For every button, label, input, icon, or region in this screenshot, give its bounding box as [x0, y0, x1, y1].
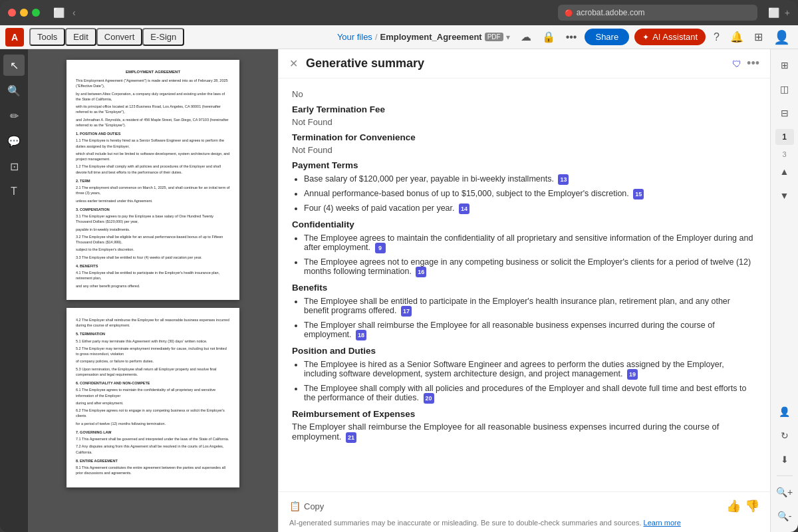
sidebar-toggle-btn[interactable]: ⬜ — [51, 6, 67, 19]
right-toolbar: ⊞ ◫ ⊟ 1 3 ▲ ▼ 👤 ↻ ⬇ 🔍+ 🔍- — [770, 49, 798, 532]
more-options-btn[interactable]: ••• — [563, 29, 580, 46]
ai-panel-header: ✕ Generative summary 🛡 ••• — [279, 49, 770, 78]
ref-badge-16[interactable]: 16 — [416, 267, 426, 277]
confidentiality-heading: Confidentiality — [292, 219, 757, 229]
share-button[interactable]: Share — [585, 29, 629, 45]
cursor-tool[interactable]: ↖ — [3, 55, 25, 76]
close-panel-btn[interactable]: ✕ — [289, 57, 298, 70]
grid-view-btn[interactable]: ⊟ — [774, 102, 795, 124]
zoom-out-btn[interactable]: 🔍- — [774, 505, 795, 527]
pdf-intro: This Employment Agreement ("Agreement") … — [76, 78, 230, 89]
person-icon-btn[interactable]: 👤 — [774, 401, 795, 422]
ai-assistant-button[interactable]: ✦ AI Assistant — [634, 29, 706, 45]
refresh-btn[interactable]: ↻ — [774, 425, 795, 446]
ai-panel: ✕ Generative summary 🛡 ••• No Early Term… — [278, 49, 770, 532]
pdf-page-2: 4.2 The Employer shall reimburse the Emp… — [66, 308, 239, 487]
ref-badge-9[interactable]: 9 — [375, 243, 386, 253]
list-item: The Employer shall reimburse the Employe… — [304, 321, 757, 340]
ref-badge-13[interactable]: 13 — [558, 174, 569, 185]
screen-mirror-btn[interactable]: ⬜ — [768, 7, 779, 18]
file-menu-chevron[interactable]: ▾ — [506, 33, 510, 42]
breadcrumb-root[interactable]: Your files — [337, 32, 372, 42]
panel-title: Generative summary — [306, 57, 727, 70]
zoom-tool[interactable]: 🔍 — [3, 80, 25, 101]
new-tab-btn[interactable]: + — [785, 7, 790, 18]
shield-icon: 🛡 — [732, 59, 741, 69]
reimbursement-heading: Reimbursement of Expenses — [292, 409, 757, 419]
copy-row: 📋 Copy 👍 👎 — [289, 499, 759, 513]
pen-tool[interactable]: ✏ — [3, 105, 25, 126]
comment-tool[interactable]: 💬 — [3, 130, 25, 152]
current-page-number: 1 — [775, 129, 794, 145]
early-termination-heading: Early Termination Fee — [292, 104, 757, 114]
menu-convert[interactable]: Convert — [96, 28, 143, 46]
menu-tools[interactable]: Tools — [29, 28, 65, 46]
left-toolbar: ↖ 🔍 ✏ 💬 ⊡ T — [0, 49, 28, 532]
notifications-btn[interactable]: 🔔 — [728, 28, 746, 46]
benefits-bullet-1: The Employee shall be entitled to partic… — [304, 297, 730, 315]
ref-badge-15[interactable]: 15 — [633, 189, 644, 200]
download-btn[interactable]: ⬇ — [774, 449, 795, 470]
menubar-actions: ☁ 🔒 ••• Share ✦ AI Assistant ? 🔔 ⊞ 👤 — [518, 27, 793, 48]
ref-badge-19[interactable]: 19 — [627, 369, 638, 380]
panel-more-btn[interactable]: ••• — [747, 57, 759, 70]
ref-badge-17[interactable]: 17 — [401, 306, 412, 317]
list-item: The Employee shall be entitled to partic… — [304, 297, 757, 317]
close-window-btn[interactable] — [8, 9, 16, 17]
menu-edit[interactable]: Edit — [65, 28, 96, 46]
titlebar: ⬜ ‹ 🔴 acrobat.adobe.com ⬜ + — [0, 0, 798, 25]
copy-button[interactable]: 📋 Copy — [289, 501, 324, 511]
acrobat-logo: A — [5, 28, 24, 47]
cloud-btn[interactable]: ☁ — [518, 28, 534, 46]
ref-badge-14[interactable]: 14 — [459, 203, 469, 214]
menu-esign[interactable]: E-Sign — [142, 28, 184, 46]
list-item: The Employee agrees to maintain the conf… — [304, 233, 757, 253]
maximize-window-btn[interactable] — [32, 9, 40, 17]
confidentiality-bullet-2: The Employee agrees not to engage in any… — [304, 257, 751, 276]
total-pages: 3 — [782, 150, 786, 158]
list-item: Base salary of $120,000 per year, payabl… — [304, 174, 757, 185]
ref-badge-20[interactable]: 20 — [424, 393, 434, 404]
ai-panel-footer: 📋 Copy 👍 👎 AI-generated summaries may be… — [279, 491, 770, 532]
scroll-down-btn[interactable]: ▼ — [774, 185, 795, 206]
address-bar[interactable]: 🔴 acrobat.adobe.com — [558, 5, 757, 21]
apps-btn[interactable]: ⊞ — [751, 28, 765, 46]
termination-convenience-value: Not Found — [292, 145, 757, 155]
list-item: Four (4) weeks of paid vacation per year… — [304, 203, 757, 214]
ref-badge-18[interactable]: 18 — [356, 330, 366, 340]
list-item: The Employee is hired as a Senior Softwa… — [304, 360, 757, 380]
side-panel-btn[interactable]: ◫ — [774, 78, 795, 100]
ai-sparkle-icon: ✦ — [642, 33, 649, 42]
zoom-separator — [777, 475, 793, 476]
layout-panel-btn[interactable]: ⊞ — [774, 55, 795, 76]
disclaimer-text: AI-generated summaries may be inaccurate… — [289, 519, 759, 527]
payment-terms-list: Base salary of $120,000 per year, payabl… — [304, 174, 757, 214]
help-btn[interactable]: ? — [711, 29, 722, 46]
payment-bullet-2: Annual performance-based bonus of up to … — [304, 189, 629, 198]
app-window: ⬜ ‹ 🔴 acrobat.adobe.com ⬜ + A Tools Edit… — [0, 0, 798, 532]
thumbs-up-btn[interactable]: 👍 — [726, 499, 741, 513]
file-breadcrumb: Your files / Employment_Agreement PDF ▾ — [337, 32, 510, 42]
scroll-up-btn[interactable]: ▲ — [774, 161, 795, 182]
position-bullet-1: The Employee is hired as a Senior Softwa… — [304, 360, 724, 378]
learn-more-link[interactable]: Learn more — [644, 519, 681, 527]
text-tool[interactable]: T — [3, 181, 25, 202]
ai-panel-content: No Early Termination Fee Not Found Termi… — [279, 78, 770, 491]
termination-convenience-heading: Termination for Convenience — [292, 132, 757, 142]
back-btn[interactable]: ‹ — [70, 6, 78, 19]
list-item: The Employee agrees not to engage in any… — [304, 257, 757, 277]
zoom-in-btn[interactable]: 🔍+ — [774, 481, 795, 503]
position-duties-heading: Position and Duties — [292, 346, 757, 356]
confidentiality-bullet-1: The Employee agrees to maintain the conf… — [304, 233, 753, 252]
file-type-badge: PDF — [485, 33, 503, 41]
account-btn[interactable]: 👤 — [771, 27, 793, 48]
confidentiality-list: The Employee agrees to maintain the conf… — [304, 233, 757, 277]
benefits-heading: Benefits — [292, 283, 757, 293]
thumbs-down-btn[interactable]: 👎 — [745, 499, 759, 513]
ref-badge-21[interactable]: 21 — [346, 432, 356, 443]
lock-btn[interactable]: 🔒 — [539, 28, 558, 46]
minimize-window-btn[interactable] — [20, 9, 28, 17]
pdf-viewer[interactable]: EMPLOYMENT AGREEMENT This Employment Agr… — [28, 49, 278, 532]
crop-tool[interactable]: ⊡ — [3, 156, 25, 177]
position-duties-list: The Employee is hired as a Senior Softwa… — [304, 360, 757, 404]
